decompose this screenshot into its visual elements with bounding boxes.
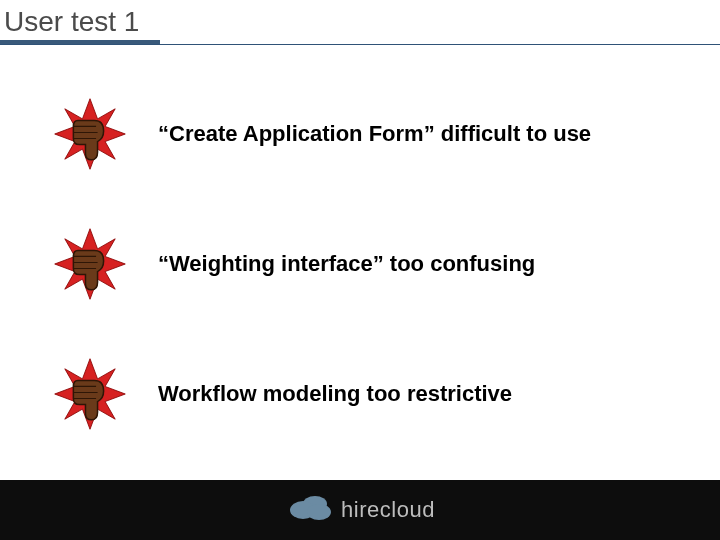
list-item: “Weighting interface” too confusing — [48, 222, 668, 306]
brand-logo: hirecloud — [285, 492, 435, 528]
brand-name: hirecloud — [341, 497, 435, 523]
list-item: “Create Application Form” difficult to u… — [48, 92, 668, 176]
footer-bar: hirecloud — [0, 480, 720, 540]
item-text: “Weighting interface” too confusing — [158, 251, 668, 277]
thumbs-down-icon — [48, 92, 158, 176]
slide: User test 1 — [0, 0, 720, 540]
item-text: “Create Application Form” difficult to u… — [158, 121, 668, 147]
list-item: Workflow modeling too restrictive — [48, 352, 668, 436]
thumbs-down-icon — [48, 222, 158, 306]
items-list: “Create Application Form” difficult to u… — [48, 92, 668, 482]
item-text: Workflow modeling too restrictive — [158, 381, 668, 407]
cloud-icon — [285, 492, 335, 528]
thumbs-down-icon — [48, 352, 158, 436]
slide-title: User test 1 — [4, 6, 139, 37]
title-bar: User test 1 — [0, 0, 160, 44]
svg-point-5 — [307, 504, 331, 520]
title-rule — [0, 44, 720, 45]
